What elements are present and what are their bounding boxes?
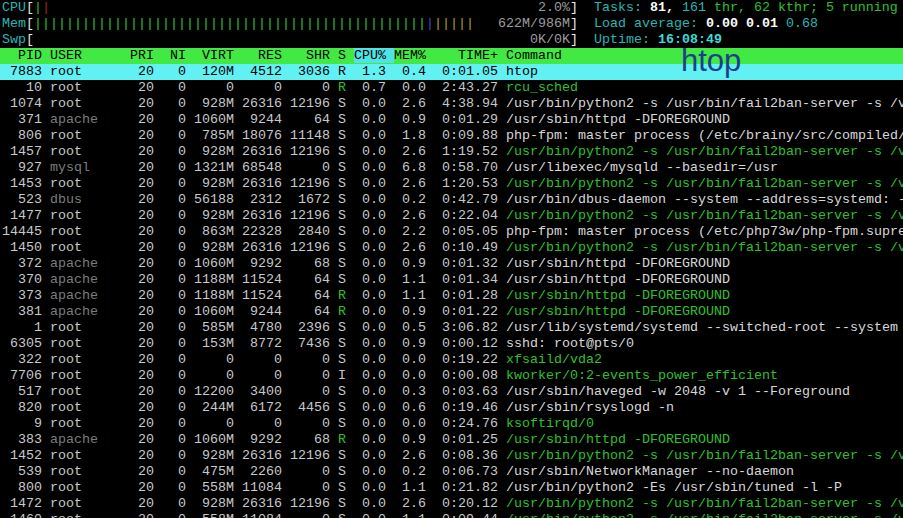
column-header-time[interactable]: TIME+ (434, 48, 506, 63)
process-row[interactable]: 7706 root 20 0 0 0 0 I 0.0 0.0 0:00.08 k… (0, 368, 903, 384)
process-row[interactable]: 373 apache 20 0 1188M 11524 64 R 0.0 1.1… (0, 288, 903, 304)
process-row[interactable]: 820 root 20 0 244M 6172 4456 S 0.0 0.6 0… (0, 400, 903, 416)
process-row[interactable]: 383 apache 20 0 1060M 9292 68 R 0.0 0.9 … (0, 432, 903, 448)
cell-cpu: 0.0 (354, 352, 394, 367)
cell-user: root (50, 64, 130, 79)
process-row[interactable]: 322 root 20 0 0 0 0 S 0.0 0.0 0:19.22 xf… (0, 352, 903, 368)
cell-shr: 12196 (290, 144, 338, 159)
cell-virt: 558M (194, 480, 242, 495)
process-row[interactable]: 800 root 20 0 558M 11084 0 S 0.0 1.1 0:2… (0, 480, 903, 496)
process-row[interactable]: 1 root 20 0 585M 4780 2396 S 0.0 0.5 3:0… (0, 320, 903, 336)
cell-mem: 2.6 (394, 176, 434, 191)
process-row[interactable]: 14445 root 20 0 863M 22328 2840 S 0.0 2.… (0, 224, 903, 240)
process-row[interactable]: 10 root 20 0 0 0 0 R 0.7 0.0 2:43.27 rcu… (0, 80, 903, 96)
process-row[interactable]: 1074 root 20 0 928M 26316 12196 S 0.0 2.… (0, 96, 903, 112)
column-header-res[interactable]: RES (242, 48, 290, 63)
process-row[interactable]: 1452 root 20 0 928M 26316 12196 S 0.0 2.… (0, 448, 903, 464)
process-row[interactable]: 523 dbus 20 0 56188 2312 1672 S 0.0 0.2 … (0, 192, 903, 208)
column-header-user[interactable]: USER (50, 48, 130, 63)
cell-pid: 383 (2, 432, 50, 447)
tasks-summary-segment: 62 kthr; (754, 0, 826, 15)
cpu-meter-value: 2.0% (538, 0, 570, 15)
cell-cpu: 0.0 (354, 112, 394, 127)
cell-pid: 1 (2, 320, 50, 335)
cell-virt: 1060M (194, 432, 242, 447)
cell-state: R (338, 304, 354, 319)
cell-ni: 0 (162, 304, 194, 319)
process-row[interactable]: 7883 root 20 0 120M 4512 3036 R 1.3 0.4 … (0, 64, 903, 80)
cell-res: 0 (242, 368, 290, 383)
cell-virt: 928M (194, 448, 242, 463)
cell-state: S (338, 448, 354, 463)
process-row[interactable]: 372 apache 20 0 1060M 9292 68 S 0.0 0.9 … (0, 256, 903, 272)
cell-res: 26316 (242, 240, 290, 255)
process-row[interactable]: 6305 root 20 0 153M 8772 7436 S 0.0 0.9 … (0, 336, 903, 352)
process-row[interactable]: 1477 root 20 0 928M 26316 12196 S 0.0 2.… (0, 208, 903, 224)
column-header-virt[interactable]: VIRT (194, 48, 242, 63)
meter-open-bracket-icon: [ (26, 16, 34, 31)
process-row[interactable]: 1457 root 20 0 928M 26316 12196 S 0.0 2.… (0, 144, 903, 160)
cell-pri: 20 (130, 192, 162, 207)
cell-pid: 7883 (2, 64, 50, 79)
cell-state: S (338, 320, 354, 335)
column-header-command[interactable]: Command (506, 48, 562, 63)
cell-time: 0:05.05 (434, 224, 506, 239)
cell-virt: 1188M (194, 272, 242, 287)
meter-open-bracket-icon: [ (26, 32, 34, 47)
spacer (578, 16, 594, 31)
process-row[interactable]: 371 apache 20 0 1060M 9244 64 S 0.0 0.9 … (0, 112, 903, 128)
cell-mem: 1.1 (394, 480, 434, 495)
process-row[interactable]: 1472 root 20 0 928M 26316 12196 S 0.0 2.… (0, 496, 903, 512)
process-row[interactable]: 806 root 20 0 785M 18076 11148 S 0.0 1.8… (0, 128, 903, 144)
column-header-s[interactable]: S (338, 48, 354, 63)
cell-pid: 371 (2, 112, 50, 127)
cell-state: S (338, 96, 354, 111)
cell-ni: 0 (162, 160, 194, 175)
cell-pid: 14445 (2, 224, 50, 239)
load-average-summary-segment: Load average: (594, 16, 706, 31)
process-row[interactable]: 9 root 20 0 0 0 0 S 0.0 0.0 0:24.76 ksof… (0, 416, 903, 432)
cell-virt: 1060M (194, 256, 242, 271)
cell-state: I (338, 368, 354, 383)
header-meters: CPU[|| 2.0%] Tasks: 81, 161 thr, 62 kthr… (0, 0, 903, 48)
process-row[interactable]: 1453 root 20 0 928M 26316 12196 S 0.0 2.… (0, 176, 903, 192)
column-header-pri[interactable]: PRI (130, 48, 162, 63)
process-row[interactable]: 1460 root 20 0 558M 11084 0 S 0.0 1.1 0:… (0, 512, 903, 518)
process-table-header[interactable]: PID USER PRI NI VIRT RES SHR S CPU% MEM%… (0, 48, 903, 64)
cell-shr: 0 (290, 384, 338, 399)
cell-virt: 475M (194, 464, 242, 479)
cell-pid: 539 (2, 464, 50, 479)
cell-pid: 517 (2, 384, 50, 399)
cell-pid: 10 (2, 80, 50, 95)
process-row[interactable]: 927 mysql 20 0 1321M 68548 0 S 0.0 6.8 0… (0, 160, 903, 176)
cell-ni: 0 (162, 400, 194, 415)
column-header-mem[interactable]: MEM% (394, 48, 434, 63)
process-row[interactable]: 539 root 20 0 475M 2260 0 S 0.0 0.2 0:06… (0, 464, 903, 480)
cell-user: root (50, 496, 130, 511)
cell-command: php-fpm: master process (/etc/php73w/php… (506, 224, 903, 239)
meter-close-bracket-icon: ] (570, 32, 578, 47)
cell-time: 0:19.22 (434, 352, 506, 367)
cell-pid: 1477 (2, 208, 50, 223)
cell-virt: 244M (194, 400, 242, 415)
process-row[interactable]: 517 root 20 0 12200 3400 0 S 0.0 0.3 0:0… (0, 384, 903, 400)
cell-shr: 1672 (290, 192, 338, 207)
cell-res: 11084 (242, 512, 290, 518)
column-header-cpu[interactable]: CPU% (354, 48, 394, 63)
spacer (578, 32, 594, 47)
process-row[interactable]: 370 apache 20 0 1188M 11524 64 S 0.0 1.1… (0, 272, 903, 288)
cell-pid: 1453 (2, 176, 50, 191)
spacer (50, 0, 538, 15)
mem-meter-bar-blue: | (426, 16, 434, 31)
cell-cpu: 0.0 (354, 224, 394, 239)
cell-mem: 1.1 (394, 272, 434, 287)
cell-mem: 2.6 (394, 496, 434, 511)
process-row[interactable]: 381 apache 20 0 1060M 9244 64 R 0.0 0.9 … (0, 304, 903, 320)
column-header-ni[interactable]: NI (162, 48, 194, 63)
cell-user: apache (50, 288, 130, 303)
column-header-pid[interactable]: PID (2, 48, 50, 63)
cell-user: apache (50, 256, 130, 271)
column-header-shr[interactable]: SHR (290, 48, 338, 63)
cell-shr: 0 (290, 160, 338, 175)
process-row[interactable]: 1450 root 20 0 928M 26316 12196 S 0.0 2.… (0, 240, 903, 256)
